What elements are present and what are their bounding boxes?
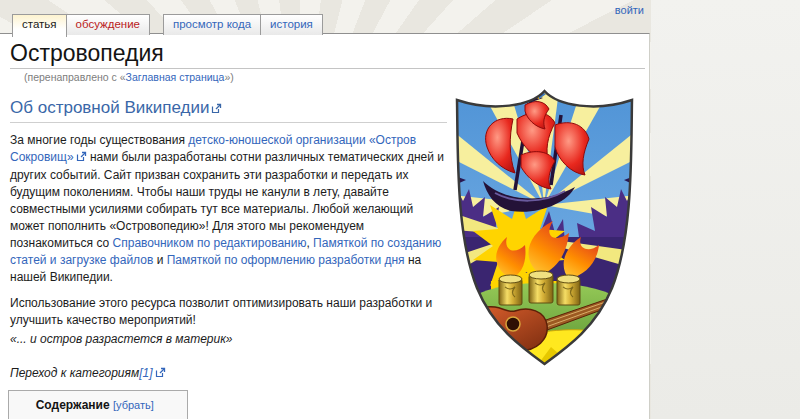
- external-link-icon[interactable]: [76, 150, 87, 167]
- toc-title: Содержание: [36, 398, 110, 412]
- redirect-main-page-link[interactable]: Заглавная страница: [126, 71, 225, 83]
- redirect-note: (перенаправлено с «Заглавная страница»): [24, 71, 649, 83]
- island-quote: «... и остров разрастется в материк»: [10, 331, 448, 348]
- categories-line: Переход к категориям[1]: [10, 365, 448, 383]
- categories-ref-link[interactable]: [1]: [139, 366, 152, 380]
- section-heading-text: Об островной Википедии: [10, 98, 209, 117]
- tab-bar: статья обсуждение просмотр кода история: [12, 14, 322, 35]
- emblem-image[interactable]: [443, 85, 646, 370]
- paragraph-usage: Использование этого ресурса позволит опт…: [10, 295, 448, 329]
- tab-view-source[interactable]: просмотр кода: [163, 14, 261, 35]
- day-format-memo-link[interactable]: Памяткой по оформлению разработки дня: [167, 253, 405, 267]
- tab-discussion-label[interactable]: обсуждение: [76, 18, 140, 30]
- redirect-prefix: (перенаправлено с «: [24, 71, 126, 83]
- tab-view-source-label[interactable]: просмотр кода: [173, 18, 251, 30]
- tab-history[interactable]: история: [260, 14, 323, 35]
- toc-hide-toggle[interactable]: [убрать]: [113, 399, 154, 411]
- p1-text-1: За многие годы существования: [10, 133, 188, 147]
- tab-history-label[interactable]: история: [270, 18, 313, 30]
- page-title: Островопедия: [10, 40, 645, 69]
- tab-article-label[interactable]: статья: [22, 18, 57, 30]
- editing-help-link[interactable]: Справочником по редактированию: [113, 236, 307, 250]
- table-of-contents: Содержание [убрать] 1Об островной Википе…: [8, 390, 188, 419]
- tab-discussion[interactable]: обсуждение: [66, 14, 150, 35]
- external-link-icon[interactable]: [155, 366, 166, 383]
- redirect-suffix: »): [224, 71, 233, 83]
- coat-of-arms-graphic: [443, 85, 646, 370]
- login-link[interactable]: войти: [615, 4, 644, 16]
- p1-text-4: и: [153, 253, 166, 267]
- section-heading: Об островной Википедии: [10, 98, 447, 123]
- paragraph-about: За многие годы существования детско-юнош…: [10, 132, 448, 286]
- tab-article[interactable]: статья: [12, 14, 67, 37]
- categories-label: Переход к категориям: [10, 366, 139, 380]
- right-background-strip: [651, 0, 800, 419]
- external-link-icon[interactable]: [211, 99, 222, 119]
